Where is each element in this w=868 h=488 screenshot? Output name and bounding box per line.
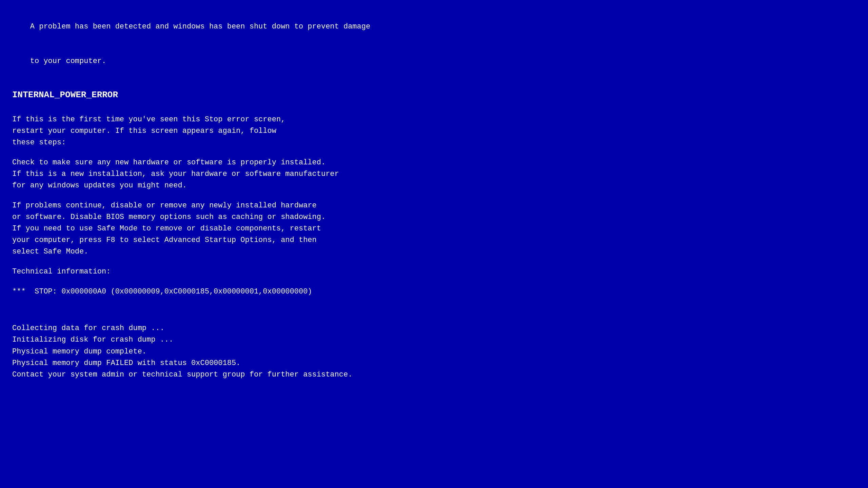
para3-line5: select Safe Mode.: [12, 246, 856, 258]
header-line2: to your computer.: [30, 57, 106, 65]
dump-line3: Physical memory dump complete.: [12, 346, 856, 358]
para2-line3: for any windows updates you might need.: [12, 180, 856, 191]
stop-code: *** STOP: 0x000000A0 (0x00000009,0xC0000…: [12, 286, 856, 298]
error-code: INTERNAL_POWER_ERROR: [12, 90, 856, 100]
spacer2: [12, 105, 856, 114]
dump-line2: Initializing disk for crash dump ...: [12, 334, 856, 346]
second-line: to your computer.: [12, 44, 856, 79]
header-line1: A problem has been detected and windows …: [30, 22, 370, 31]
spacer8: [12, 306, 856, 314]
para1-line1: If this is the first time you've seen th…: [12, 114, 856, 125]
spacer5: [12, 258, 856, 266]
para1-line2: restart your computer. If this screen ap…: [12, 125, 856, 137]
spacer9: [12, 314, 856, 323]
para2-line2: If this is a new installation, ask your …: [12, 168, 856, 180]
para3-line3: If you need to use Safe Mode to remove o…: [12, 223, 856, 235]
para3-line2: or software. Disable BIOS memory options…: [12, 211, 856, 223]
para3-line4: your computer, press F8 to select Advanc…: [12, 235, 856, 246]
dump-line4: Physical memory dump FAILED with status …: [12, 358, 856, 369]
spacer3: [12, 148, 856, 157]
spacer4: [12, 191, 856, 200]
spacer6: [12, 278, 856, 286]
dump-line1: Collecting data for crash dump ...: [12, 323, 856, 334]
tech-header: Technical information:: [12, 266, 856, 278]
dump-line5: Contact your system admin or technical s…: [12, 369, 856, 381]
para1-line3: these steps:: [12, 137, 856, 148]
bsod-screen: A problem has been detected and windows …: [0, 0, 868, 488]
spacer1: [12, 79, 856, 87]
para3-line1: If problems continue, disable or remove …: [12, 200, 856, 211]
first-line: A problem has been detected and windows …: [12, 9, 856, 44]
spacer7: [12, 298, 856, 306]
para2-line1: Check to make sure any new hardware or s…: [12, 157, 856, 168]
